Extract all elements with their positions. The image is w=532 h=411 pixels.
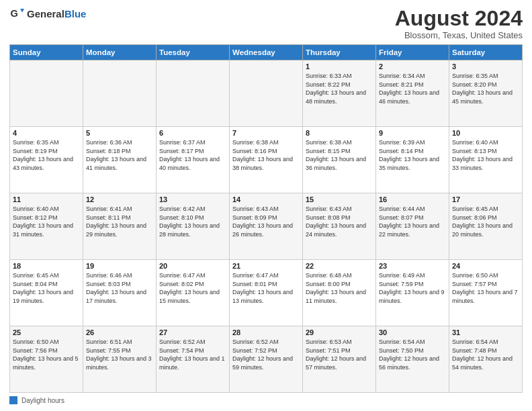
calendar-cell: 7Sunrise: 6:38 AM Sunset: 8:16 PM Daylig…	[230, 127, 303, 193]
day-number: 31	[452, 328, 519, 336]
day-number: 23	[379, 262, 446, 270]
calendar-cell	[83, 60, 157, 127]
day-number: 17	[452, 195, 519, 203]
day-info: Sunrise: 6:33 AM Sunset: 8:22 PM Dayligh…	[306, 72, 373, 105]
calendar-cell: 6Sunrise: 6:37 AM Sunset: 8:17 PM Daylig…	[157, 127, 230, 193]
footer-dot-icon	[9, 396, 17, 404]
logo-blue: Blue	[64, 8, 87, 19]
day-info: Sunrise: 6:48 AM Sunset: 8:00 PM Dayligh…	[306, 271, 373, 305]
day-info: Sunrise: 6:45 AM Sunset: 8:04 PM Dayligh…	[13, 271, 80, 305]
calendar-cell: 18Sunrise: 6:45 AM Sunset: 8:04 PM Dayli…	[10, 260, 83, 326]
calendar-week-row: 25Sunrise: 6:50 AM Sunset: 7:56 PM Dayli…	[10, 326, 523, 393]
day-info: Sunrise: 6:51 AM Sunset: 7:55 PM Dayligh…	[86, 338, 153, 371]
day-number: 16	[379, 195, 446, 203]
day-number: 20	[159, 262, 226, 270]
day-number: 29	[306, 328, 373, 336]
calendar-week-row: 18Sunrise: 6:45 AM Sunset: 8:04 PM Dayli…	[10, 260, 523, 326]
day-number: 2	[379, 62, 446, 71]
calendar-header-cell: Sunday	[10, 45, 83, 60]
day-info: Sunrise: 6:37 AM Sunset: 8:17 PM Dayligh…	[159, 138, 226, 172]
day-info: Sunrise: 6:47 AM Sunset: 8:01 PM Dayligh…	[232, 271, 300, 305]
day-info: Sunrise: 6:35 AM Sunset: 8:20 PM Dayligh…	[452, 72, 519, 105]
calendar-cell: 27Sunrise: 6:52 AM Sunset: 7:54 PM Dayli…	[157, 326, 230, 393]
calendar-cell: 19Sunrise: 6:46 AM Sunset: 8:03 PM Dayli…	[83, 260, 157, 326]
calendar-cell: 12Sunrise: 6:41 AM Sunset: 8:11 PM Dayli…	[83, 193, 157, 260]
day-info: Sunrise: 6:54 AM Sunset: 7:48 PM Dayligh…	[452, 338, 519, 371]
calendar-cell: 25Sunrise: 6:50 AM Sunset: 7:56 PM Dayli…	[10, 326, 83, 393]
calendar-cell: 4Sunrise: 6:35 AM Sunset: 8:19 PM Daylig…	[10, 127, 83, 193]
day-info: Sunrise: 6:43 AM Sunset: 8:08 PM Dayligh…	[306, 205, 373, 238]
day-info: Sunrise: 6:47 AM Sunset: 8:02 PM Dayligh…	[159, 271, 226, 305]
day-info: Sunrise: 6:42 AM Sunset: 8:10 PM Dayligh…	[159, 205, 226, 238]
day-number: 26	[86, 328, 153, 336]
svg-text:G: G	[10, 8, 17, 19]
day-number: 6	[159, 129, 226, 137]
calendar-cell: 3Sunrise: 6:35 AM Sunset: 8:20 PM Daylig…	[449, 60, 523, 127]
calendar-cell: 21Sunrise: 6:47 AM Sunset: 8:01 PM Dayli…	[230, 260, 303, 326]
calendar-cell: 8Sunrise: 6:38 AM Sunset: 8:15 PM Daylig…	[303, 127, 376, 193]
day-info: Sunrise: 6:49 AM Sunset: 7:59 PM Dayligh…	[379, 271, 446, 305]
day-info: Sunrise: 6:50 AM Sunset: 7:56 PM Dayligh…	[13, 338, 80, 371]
calendar-cell: 31Sunrise: 6:54 AM Sunset: 7:48 PM Dayli…	[449, 326, 523, 393]
calendar-cell: 14Sunrise: 6:43 AM Sunset: 8:09 PM Dayli…	[230, 193, 303, 260]
calendar-cell: 26Sunrise: 6:51 AM Sunset: 7:55 PM Dayli…	[83, 326, 157, 393]
calendar-week-row: 11Sunrise: 6:40 AM Sunset: 8:12 PM Dayli…	[10, 193, 523, 260]
calendar-header-cell: Thursday	[303, 45, 376, 60]
calendar-body: 1Sunrise: 6:33 AM Sunset: 8:22 PM Daylig…	[10, 60, 523, 393]
day-number: 28	[232, 328, 300, 336]
calendar-cell: 17Sunrise: 6:45 AM Sunset: 8:06 PM Dayli…	[449, 193, 523, 260]
day-number: 19	[86, 262, 153, 270]
calendar-header-row: SundayMondayTuesdayWednesdayThursdayFrid…	[10, 45, 523, 60]
footer-label: Daylight hours	[21, 397, 64, 404]
day-info: Sunrise: 6:53 AM Sunset: 7:51 PM Dayligh…	[306, 338, 373, 371]
calendar-cell: 11Sunrise: 6:40 AM Sunset: 8:12 PM Dayli…	[10, 193, 83, 260]
day-number: 7	[232, 129, 300, 137]
day-info: Sunrise: 6:36 AM Sunset: 8:18 PM Dayligh…	[86, 138, 153, 172]
day-number: 4	[13, 129, 80, 137]
calendar-cell	[157, 60, 230, 127]
logo: G GeneralBlue	[9, 7, 86, 21]
day-info: Sunrise: 6:43 AM Sunset: 8:09 PM Dayligh…	[232, 205, 300, 238]
calendar-cell: 10Sunrise: 6:40 AM Sunset: 8:13 PM Dayli…	[449, 127, 523, 193]
day-number: 24	[452, 262, 519, 270]
day-number: 15	[306, 195, 373, 203]
day-number: 5	[86, 129, 153, 137]
calendar-table: SundayMondayTuesdayWednesdayThursdayFrid…	[9, 44, 523, 393]
calendar-cell: 16Sunrise: 6:44 AM Sunset: 8:07 PM Dayli…	[376, 193, 449, 260]
calendar-cell: 5Sunrise: 6:36 AM Sunset: 8:18 PM Daylig…	[83, 127, 157, 193]
calendar-cell: 1Sunrise: 6:33 AM Sunset: 8:22 PM Daylig…	[303, 60, 376, 127]
day-info: Sunrise: 6:52 AM Sunset: 7:52 PM Dayligh…	[232, 338, 300, 371]
calendar-week-row: 4Sunrise: 6:35 AM Sunset: 8:19 PM Daylig…	[10, 127, 523, 193]
logo-icon: G	[9, 7, 24, 21]
day-info: Sunrise: 6:52 AM Sunset: 7:54 PM Dayligh…	[159, 338, 226, 371]
day-number: 9	[379, 129, 446, 137]
calendar-header-cell: Wednesday	[230, 45, 303, 60]
calendar-header-cell: Saturday	[449, 45, 523, 60]
page-header: G GeneralBlue August 2024 Blossom, Texas…	[9, 7, 523, 40]
day-number: 30	[379, 328, 446, 336]
day-info: Sunrise: 6:40 AM Sunset: 8:13 PM Dayligh…	[452, 138, 519, 172]
calendar-header-cell: Monday	[83, 45, 157, 60]
day-number: 3	[452, 62, 519, 71]
day-info: Sunrise: 6:35 AM Sunset: 8:19 PM Dayligh…	[13, 138, 80, 172]
calendar-cell: 28Sunrise: 6:52 AM Sunset: 7:52 PM Dayli…	[230, 326, 303, 393]
calendar-cell: 30Sunrise: 6:54 AM Sunset: 7:50 PM Dayli…	[376, 326, 449, 393]
calendar-cell: 29Sunrise: 6:53 AM Sunset: 7:51 PM Dayli…	[303, 326, 376, 393]
calendar-cell	[230, 60, 303, 127]
day-info: Sunrise: 6:46 AM Sunset: 8:03 PM Dayligh…	[86, 271, 153, 305]
title-block: August 2024 Blossom, Texas, United State…	[395, 7, 523, 40]
calendar-header-cell: Friday	[376, 45, 449, 60]
day-info: Sunrise: 6:45 AM Sunset: 8:06 PM Dayligh…	[452, 205, 519, 238]
calendar-cell: 15Sunrise: 6:43 AM Sunset: 8:08 PM Dayli…	[303, 193, 376, 260]
calendar-cell: 13Sunrise: 6:42 AM Sunset: 8:10 PM Dayli…	[157, 193, 230, 260]
day-info: Sunrise: 6:44 AM Sunset: 8:07 PM Dayligh…	[379, 205, 446, 238]
day-info: Sunrise: 6:38 AM Sunset: 8:15 PM Dayligh…	[306, 138, 373, 172]
calendar-cell: 9Sunrise: 6:39 AM Sunset: 8:14 PM Daylig…	[376, 127, 449, 193]
calendar-header-cell: Tuesday	[157, 45, 230, 60]
page-title: August 2024	[395, 7, 523, 30]
calendar-cell: 20Sunrise: 6:47 AM Sunset: 8:02 PM Dayli…	[157, 260, 230, 326]
day-number: 10	[452, 129, 519, 137]
logo-general: General	[27, 8, 64, 19]
day-number: 11	[13, 195, 80, 203]
day-number: 22	[306, 262, 373, 270]
